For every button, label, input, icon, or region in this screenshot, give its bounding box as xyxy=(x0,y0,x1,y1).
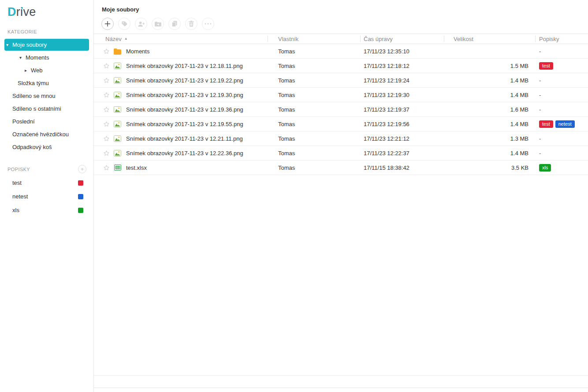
label-name: xls xyxy=(12,207,78,213)
image-file-icon xyxy=(113,106,122,113)
label-badge-test[interactable]: test xyxy=(539,62,553,70)
owner-cell: Tomas xyxy=(268,44,360,58)
tag-icon xyxy=(121,21,128,27)
file-row-moments[interactable]: MomentsTomas17/11/23 12:35:10- xyxy=(94,44,588,59)
add-button[interactable] xyxy=(101,18,114,30)
file-row-test-xlsx[interactable]: test.xlsxTomas17/11/15 18:38:423.5 KBxls xyxy=(94,161,588,175)
modified-time-cell: 17/11/23 12:19:37 xyxy=(360,102,444,116)
file-row-snimek-obrazovky-2017-11-23-v-12-19-30-png[interactable]: Snímek obrazovky 2017-11-23 v 12.19.30.p… xyxy=(94,88,588,102)
column-header-cas-upravy[interactable]: Čas úpravy xyxy=(360,34,444,44)
sidebar-label-list: testnetestxls xyxy=(0,176,93,217)
sidebar-item-moments[interactable]: ▾Moments xyxy=(4,52,89,63)
caret-right-icon[interactable]: ▸ xyxy=(25,68,31,73)
file-name: Snímek obrazovky 2017-11-23 v 12.18.11.p… xyxy=(126,63,243,69)
move-button[interactable] xyxy=(152,18,164,30)
sidebar-item-posledni[interactable]: Poslední xyxy=(4,116,89,127)
file-row-snimek-obrazovky-2017-11-23-v-12-19-55-png[interactable]: Snímek obrazovky 2017-11-23 v 12.19.55.p… xyxy=(94,117,588,131)
copy-button[interactable] xyxy=(168,18,181,30)
modified-time-cell: 17/11/23 12:19:24 xyxy=(360,73,444,87)
sidebar-category-list: ▾Moje soubory▾Moments▸WebSložka týmuSdíl… xyxy=(0,39,93,153)
column-header-nazev[interactable]: Název▲ xyxy=(94,34,268,44)
size-cell: 1.4 MB xyxy=(444,117,535,131)
no-label-placeholder: - xyxy=(539,150,541,157)
caret-down-icon[interactable]: ▾ xyxy=(19,55,26,60)
sidebar-item-sdileno-se-mnou[interactable]: Sdíleno se mnou xyxy=(4,90,89,102)
modified-time-cell: 17/11/23 12:22:37 xyxy=(360,146,444,160)
sidebar-item-web[interactable]: ▸Web xyxy=(4,64,89,76)
file-row-snimek-obrazovky-2017-11-23-v-12-18-11-png[interactable]: Snímek obrazovky 2017-11-23 v 12.18.11.p… xyxy=(94,59,588,73)
name-cell: Snímek obrazovky 2017-11-23 v 12.19.55.p… xyxy=(94,117,268,131)
file-row-snimek-obrazovky-2017-11-23-v-12-21-11-png[interactable]: Snímek obrazovky 2017-11-23 v 12.21.11.p… xyxy=(94,131,588,146)
categories-section-label: KATEGORIE xyxy=(7,29,86,34)
toolbar xyxy=(101,18,588,30)
sidebar-label-xls[interactable]: xls xyxy=(0,203,93,217)
star-icon[interactable] xyxy=(103,150,110,157)
labels-cell: - xyxy=(535,88,588,102)
sidebar-item-oznacene-hvezdickou[interactable]: Označené hvězdičkou xyxy=(4,128,89,140)
footer-divider-top xyxy=(94,375,588,376)
size-cell: 1.5 MB xyxy=(444,59,535,73)
column-header-velikost[interactable]: Velikost xyxy=(444,34,535,44)
star-icon[interactable] xyxy=(103,92,110,98)
sidebar-item-slozka-tymu[interactable]: Složka týmu xyxy=(4,77,89,89)
image-file-icon xyxy=(113,121,122,127)
label-badge-netest[interactable]: netest xyxy=(555,120,575,128)
column-header-popisky[interactable]: Popisky xyxy=(535,34,588,44)
modified-time-cell: 17/11/23 12:21:12 xyxy=(360,131,444,146)
labels-section-label: POPISKY xyxy=(7,167,30,172)
sidebar-item-odpadkovy-kos[interactable]: Odpadkový koš xyxy=(4,141,89,153)
owner-cell: Tomas xyxy=(268,146,360,160)
star-icon[interactable] xyxy=(103,48,110,55)
sidebar-item-label: Sdíleno se mnou xyxy=(12,93,56,99)
modified-time-cell: 17/11/23 12:35:10 xyxy=(360,44,444,58)
size-cell xyxy=(444,44,535,58)
file-name: test.xlsx xyxy=(126,164,147,171)
more-button[interactable] xyxy=(202,18,214,30)
label-name: test xyxy=(12,179,78,186)
label-badge-xls[interactable]: xls xyxy=(539,164,551,172)
file-table-body: MomentsTomas17/11/23 12:35:10-Snímek obr… xyxy=(94,44,588,175)
owner-cell: Tomas xyxy=(268,131,360,146)
sidebar-item-label: Moje soubory xyxy=(12,41,47,48)
image-file-icon xyxy=(113,77,122,84)
sidebar-label-test[interactable]: test xyxy=(0,176,93,190)
label-badge-test[interactable]: test xyxy=(539,120,553,128)
file-row-snimek-obrazovky-2017-11-23-v-12-22-36-png[interactable]: Snímek obrazovky 2017-11-23 v 12.22.36.p… xyxy=(94,146,588,161)
star-icon[interactable] xyxy=(103,164,110,171)
sidebar-item-label: Web xyxy=(31,67,43,74)
name-cell: Snímek obrazovky 2017-11-23 v 12.19.30.p… xyxy=(94,88,268,102)
sidebar-item-sdileno-s-ostatnimi[interactable]: Sdíleno s ostatními xyxy=(4,103,89,115)
trash-icon xyxy=(188,20,194,27)
file-row-snimek-obrazovky-2017-11-23-v-12-19-36-png[interactable]: Snímek obrazovky 2017-11-23 v 12.19.36.p… xyxy=(94,102,588,117)
label-button[interactable] xyxy=(118,18,130,30)
share-button[interactable] xyxy=(135,18,147,30)
labels-cell: xls xyxy=(535,161,588,175)
star-icon[interactable] xyxy=(103,121,110,127)
sidebar-item-label: Složka týmu xyxy=(18,80,49,86)
modified-time-cell: 17/11/23 12:19:30 xyxy=(360,88,444,102)
sidebar-item-moje-soubory[interactable]: ▾Moje soubory xyxy=(4,39,89,51)
folder-file-icon xyxy=(113,48,122,55)
star-icon[interactable] xyxy=(103,135,110,142)
delete-button[interactable] xyxy=(185,18,197,30)
sidebar-item-label: Moments xyxy=(26,54,49,61)
star-icon[interactable] xyxy=(103,77,110,84)
labels-cell: - xyxy=(535,73,588,87)
size-cell: 3.5 KB xyxy=(444,161,535,175)
image-file-icon xyxy=(113,135,122,142)
copy-icon xyxy=(171,20,178,27)
column-header-vlastnik[interactable]: Vlastník xyxy=(268,34,360,44)
owner-cell: Tomas xyxy=(268,117,360,131)
star-icon[interactable] xyxy=(103,63,110,69)
file-name: Snímek obrazovky 2017-11-23 v 12.19.36.p… xyxy=(126,106,243,113)
modified-time-cell: 17/11/23 12:19:56 xyxy=(360,117,444,131)
name-cell: Snímek obrazovky 2017-11-23 v 12.22.36.p… xyxy=(94,146,268,160)
star-icon[interactable] xyxy=(103,106,110,113)
file-name: Snímek obrazovky 2017-11-23 v 12.19.30.p… xyxy=(126,92,243,98)
drive-logo: Drive xyxy=(7,5,93,19)
add-label-button[interactable]: + xyxy=(78,165,86,173)
file-row-snimek-obrazovky-2017-11-23-v-12-19-22-png[interactable]: Snímek obrazovky 2017-11-23 v 12.19.22.p… xyxy=(94,73,588,88)
sidebar-label-netest[interactable]: netest xyxy=(0,190,93,203)
label-name: netest xyxy=(12,193,78,200)
caret-down-icon[interactable]: ▾ xyxy=(6,42,12,47)
